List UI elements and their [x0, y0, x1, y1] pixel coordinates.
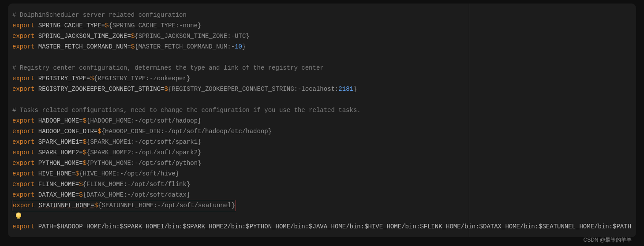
watermark: CSDN @最笨的羊羊 [583, 235, 632, 245]
lightbulb-icon[interactable] [16, 212, 21, 218]
highlighted-line: export SEATUNNEL_HOME=${SEATUNNEL_HOME:-… [12, 200, 236, 211]
code-line: export FLINK_HOME=${FLINK_HOME:-/opt/sof… [12, 179, 632, 190]
code-line: # Tasks related configurations, need to … [12, 105, 632, 116]
code-editor[interactable]: # DolphinScheduler server related config… [8, 4, 636, 237]
code-line: # Registry center configuration, determi… [12, 63, 632, 73]
code-line: export PYTHON_HOME=${PYTHON_HOME:-/opt/s… [12, 158, 632, 168]
code-line: export MASTER_FETCH_COMMAND_NUM=${MASTER… [12, 41, 632, 52]
code-line: export HADOOP_CONF_DIR=${HADOOP_CONF_DIR… [12, 126, 632, 137]
code-line: export HADOOP_HOME=${HADOOP_HOME:-/opt/s… [12, 116, 632, 126]
code-line: export DATAX_HOME=${DATAX_HOME:-/opt/sof… [12, 190, 632, 200]
code-line: export SPRING_CACHE_TYPE=${SPRING_CACHE_… [12, 20, 632, 31]
blank-line [12, 94, 632, 105]
code-line: export SPARK_HOME1=${SPARK_HOME1:-/opt/s… [12, 137, 632, 147]
code-line: export REGISTRY_ZOOKEEPER_CONNECT_STRING… [12, 84, 632, 94]
blank-line [12, 52, 632, 63]
code-line: export SPARK_HOME2=${SPARK_HOME2:-/opt/s… [12, 147, 632, 158]
code-line: export SPRING_JACKSON_TIME_ZONE=${SPRING… [12, 31, 632, 41]
code-line: export HIVE_HOME=${HIVE_HOME:-/opt/soft/… [12, 168, 632, 179]
intent-line [12, 211, 632, 221]
comment: # Registry center configuration, determi… [12, 64, 324, 71]
code-line: # DolphinScheduler server related config… [12, 10, 632, 20]
comment: # Tasks related configurations, need to … [12, 107, 361, 114]
code-line: export PATH=$HADOOP_HOME/bin:$SPARK_HOME… [12, 221, 632, 232]
editor-ruler [469, 4, 469, 237]
comment: # DolphinScheduler server related config… [12, 11, 187, 19]
code-line: export SEATUNNEL_HOME=${SEATUNNEL_HOME:-… [12, 200, 632, 211]
code-line: export REGISTRY_TYPE=${REGISTRY_TYPE:-zo… [12, 73, 632, 84]
